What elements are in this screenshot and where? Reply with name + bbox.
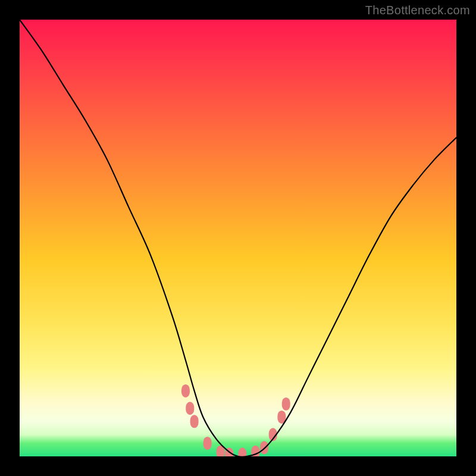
curve-marker [203, 437, 212, 450]
curve-marker [181, 384, 190, 397]
bottleneck-curve [20, 20, 456, 456]
curve-layer [20, 20, 456, 456]
curve-marker [282, 397, 290, 411]
curve-marker [186, 402, 194, 415]
plot-area [20, 20, 456, 456]
curve-marker [238, 447, 246, 456]
curve-marker [260, 441, 268, 454]
chart-frame: TheBottleneck.com [0, 0, 476, 476]
curve-marker [190, 415, 199, 428]
watermark-text: TheBottleneck.com [365, 4, 470, 17]
markers-group [181, 384, 290, 456]
